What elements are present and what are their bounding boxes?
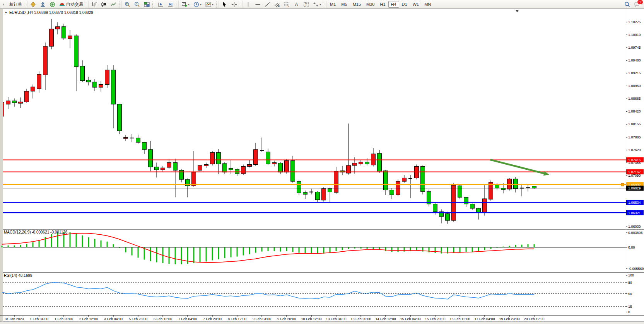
time-tick-label: 9 Feb 20:00 bbox=[277, 317, 296, 321]
new-chart-icon bbox=[181, 2, 187, 7]
status-strip bbox=[0, 321, 644, 324]
auto-scroll-icon[interactable] bbox=[166, 1, 175, 8]
horizontal-line-icon[interactable] bbox=[253, 1, 262, 8]
trendline-icon[interactable] bbox=[263, 1, 272, 8]
autotrade-icon bbox=[59, 2, 65, 7]
chart-menu-icon[interactable]: ▼ bbox=[5, 11, 7, 14]
signals-icon[interactable] bbox=[48, 1, 57, 8]
rsi-scale-label: 0 bbox=[628, 310, 630, 314]
horizontal-line-icon bbox=[255, 2, 261, 7]
profile-icon[interactable] bbox=[29, 1, 38, 8]
toolbar-separator bbox=[240, 1, 243, 8]
cursor-icon bbox=[222, 2, 227, 7]
timeframe-m1[interactable]: M1 bbox=[327, 1, 338, 8]
crosshair-icon[interactable] bbox=[230, 1, 239, 8]
svg-text:T: T bbox=[305, 3, 307, 7]
equidistant-channel-icon: E bbox=[274, 2, 280, 7]
crosshair-icon bbox=[231, 2, 237, 7]
vertical-line-icon bbox=[245, 2, 251, 7]
price-tick-label: 1.10010 bbox=[628, 33, 641, 37]
price-tick-label: 1.10275 bbox=[628, 20, 641, 24]
new-order-button-label: 新订单 bbox=[9, 2, 22, 7]
toolbar-separator bbox=[119, 1, 122, 8]
timeframe-w1[interactable]: W1 bbox=[410, 1, 422, 8]
time-tick-label: 31 Jan 2023 bbox=[5, 317, 24, 321]
zoom-in-icon bbox=[125, 2, 130, 7]
tile-windows-icon bbox=[144, 2, 150, 7]
chevron-down-icon[interactable]: ▾ bbox=[188, 3, 190, 6]
notifications-icon[interactable]: 1 bbox=[632, 1, 641, 8]
line-chart-icon[interactable] bbox=[109, 1, 118, 8]
price-badge-1.06321: 1.06321 bbox=[626, 210, 644, 215]
candlestick-chart-icon[interactable] bbox=[99, 1, 108, 8]
time-tick-label: 10 Feb 12:00 bbox=[301, 317, 321, 321]
search-icon[interactable] bbox=[623, 1, 632, 8]
svg-text:1.06829: 1.06829 bbox=[628, 186, 641, 190]
rsi-scale-label: 15 bbox=[628, 305, 632, 309]
svg-text:1.06534: 1.06534 bbox=[628, 201, 641, 205]
price-tick-label: 1.07885 bbox=[628, 135, 641, 139]
timeframe-d1[interactable]: D1 bbox=[399, 1, 410, 8]
autotrade-button[interactable]: 自动交易 bbox=[58, 1, 85, 8]
arrows-icon bbox=[313, 2, 319, 7]
timeframe-mn[interactable]: MN bbox=[422, 1, 434, 8]
toolbar-group bbox=[156, 0, 175, 9]
chevron-down-icon[interactable]: ▾ bbox=[212, 3, 214, 6]
macd-zero-label: 0.00 bbox=[628, 246, 635, 249]
chart-shift-icon[interactable] bbox=[156, 1, 165, 8]
toolbar-group: 新订单 bbox=[0, 0, 24, 9]
zoom-in-icon[interactable] bbox=[123, 1, 132, 8]
toolbar: 新订单自动交易▾▾▾EFAT▾M1M5M15M30H1H4D1W1MN1 bbox=[0, 0, 644, 9]
indicators-icon[interactable]: ▾ bbox=[204, 1, 215, 8]
timeframe-m15[interactable]: M15 bbox=[350, 1, 364, 8]
periods-icon bbox=[193, 2, 199, 7]
cursor-icon[interactable] bbox=[220, 1, 229, 8]
price-tick-label: 1.09215 bbox=[628, 71, 641, 75]
zoom-out-icon[interactable] bbox=[133, 1, 142, 8]
vertical-line-icon[interactable] bbox=[244, 1, 253, 8]
timeframe-m30[interactable]: M30 bbox=[364, 1, 377, 8]
chevron-down-icon[interactable]: ▾ bbox=[319, 3, 321, 6]
mt4-terminal: 新订单自动交易▾▾▾EFAT▾M1M5M15M30H1H4D1W1MN1 1.1… bbox=[0, 0, 644, 324]
candlestick-chart-icon bbox=[101, 2, 107, 7]
periods-icon[interactable]: ▾ bbox=[192, 1, 203, 8]
equidistant-channel-icon[interactable]: E bbox=[273, 1, 282, 8]
time-tick-label: 3 Feb 04:00 bbox=[104, 317, 123, 321]
time-tick-label: 16 Feb 12:00 bbox=[449, 317, 470, 321]
signals-icon bbox=[50, 2, 55, 7]
time-tick-label: 1 Feb 20:00 bbox=[55, 317, 73, 321]
auto-scroll-icon bbox=[167, 2, 173, 7]
timeframe-h4[interactable]: H4 bbox=[388, 1, 399, 8]
chart-canvas[interactable]: 1.102751.100101.097451.094801.092151.089… bbox=[0, 9, 644, 324]
toolbar-separator bbox=[25, 1, 27, 8]
svg-text:1.06321: 1.06321 bbox=[628, 211, 641, 215]
chevron-down-icon[interactable]: ▾ bbox=[200, 3, 202, 6]
window-edge-icon bbox=[2, 2, 4, 7]
arrows-icon[interactable]: ▾ bbox=[311, 1, 323, 8]
time-tick-label: 5 Feb 23:00 bbox=[129, 317, 147, 321]
new-order-button[interactable]: 新订单 bbox=[7, 1, 24, 8]
autotrade-button-label: 自动交易 bbox=[66, 2, 83, 7]
fibonacci-icon[interactable]: F bbox=[282, 1, 291, 8]
candles-layer bbox=[0, 19, 536, 224]
text-label-icon[interactable]: T bbox=[302, 1, 311, 8]
svg-text:F: F bbox=[288, 5, 289, 7]
time-tick-label: 2 Feb 12:00 bbox=[79, 317, 98, 321]
time-tick-label: 15 Feb 04:00 bbox=[400, 317, 420, 321]
text-icon[interactable]: A bbox=[292, 1, 301, 8]
rsi-scale-label: 50 bbox=[628, 292, 632, 296]
bar-chart-icon[interactable] bbox=[90, 1, 99, 8]
fibonacci-icon: F bbox=[284, 2, 290, 7]
price-badge-1.06534: 1.06534 bbox=[626, 200, 644, 205]
trend-arrow[interactable] bbox=[490, 160, 544, 174]
timeframe-h1[interactable]: H1 bbox=[377, 1, 388, 8]
new-chart-icon[interactable]: ▾ bbox=[180, 1, 191, 8]
tile-windows-icon[interactable] bbox=[142, 1, 151, 8]
toolbar-group bbox=[220, 0, 239, 9]
timeframe-m5[interactable]: M5 bbox=[338, 1, 350, 8]
zoom-out-icon bbox=[134, 2, 140, 7]
arrow-annotation bbox=[490, 160, 549, 176]
rsi-indicator-label: RSI(14) 48.1699 bbox=[4, 273, 32, 278]
market-watch-icon[interactable] bbox=[38, 1, 47, 8]
time-tick-label: 17 Feb 04:00 bbox=[474, 317, 495, 321]
